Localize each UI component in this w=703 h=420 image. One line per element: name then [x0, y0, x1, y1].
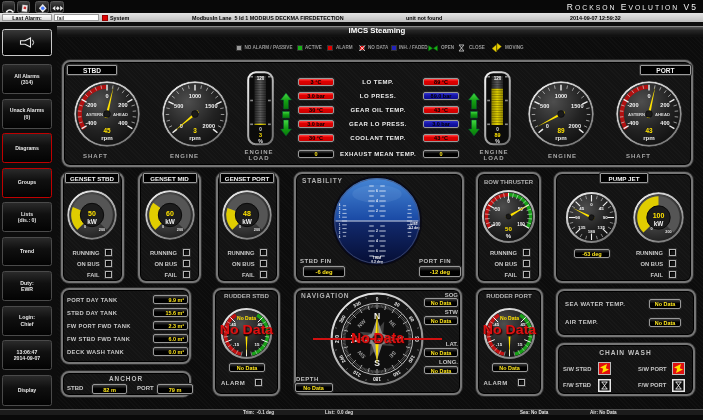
svg-text:rpm: rpm	[189, 134, 201, 141]
svg-text:48: 48	[243, 209, 251, 216]
svg-text:15: 15	[517, 341, 522, 346]
svg-text:-400: -400	[85, 120, 96, 126]
svg-text:45: 45	[599, 205, 604, 210]
svg-text:50: 50	[88, 209, 96, 216]
svg-text:135: 135	[598, 225, 606, 230]
svg-text:200: 200	[118, 102, 127, 108]
svg-text:rpm: rpm	[643, 134, 655, 141]
svg-text:kW: kW	[87, 217, 98, 224]
svg-text:60: 60	[166, 209, 174, 216]
svg-text:500: 500	[174, 103, 183, 109]
svg-text:0: 0	[650, 227, 652, 231]
svg-text:1000: 1000	[554, 93, 566, 99]
svg-text:120: 120	[256, 76, 264, 81]
svg-text:-15: -15	[233, 341, 240, 346]
svg-text:No Data: No Data	[500, 314, 519, 320]
svg-text:1500: 1500	[571, 103, 583, 109]
svg-text:-200: -200	[85, 102, 96, 108]
svg-text:135: 135	[578, 225, 586, 230]
svg-text:400: 400	[118, 120, 127, 126]
svg-text:45: 45	[579, 205, 584, 210]
svg-text:0: 0	[545, 123, 548, 129]
svg-text:4: 4	[376, 239, 378, 243]
svg-text:0: 0	[259, 127, 262, 132]
svg-text:%: %	[495, 138, 500, 144]
svg-text:No Data: No Data	[237, 314, 256, 320]
svg-text:-400: -400	[627, 120, 638, 126]
svg-text:400: 400	[660, 120, 669, 126]
svg-text:100: 100	[652, 212, 664, 219]
svg-text:0: 0	[239, 224, 241, 228]
svg-text:180: 180	[373, 376, 381, 381]
svg-text:0: 0	[84, 224, 86, 228]
svg-text:120: 120	[493, 76, 501, 81]
svg-text:2: 2	[376, 209, 378, 213]
svg-text:43: 43	[645, 127, 653, 134]
svg-text:2000: 2000	[202, 123, 214, 129]
svg-text:-15: -15	[495, 341, 502, 346]
svg-text:ASTERN: ASTERN	[627, 112, 644, 117]
svg-text:200: 200	[254, 227, 260, 231]
svg-text:AHEAD: AHEAD	[655, 112, 670, 117]
svg-text:0: 0	[161, 224, 163, 228]
svg-text:kW: kW	[165, 217, 176, 224]
svg-text:6: 6	[376, 249, 378, 253]
svg-text:3: 3	[193, 127, 197, 134]
svg-text:200: 200	[176, 227, 182, 231]
svg-text:-50: -50	[493, 207, 500, 212]
svg-text:kW: kW	[242, 217, 253, 224]
svg-text:0: 0	[376, 296, 379, 301]
svg-text:0: 0	[105, 93, 108, 99]
svg-text:15: 15	[255, 341, 260, 346]
svg-text:200: 200	[660, 102, 669, 108]
svg-text:%: %	[506, 233, 512, 239]
svg-text:50: 50	[505, 225, 512, 232]
svg-text:45: 45	[103, 127, 111, 134]
svg-text:200: 200	[665, 230, 671, 234]
svg-text:90: 90	[575, 215, 580, 220]
svg-text:4: 4	[376, 199, 378, 203]
svg-text:2000: 2000	[568, 123, 580, 129]
svg-text:1500: 1500	[205, 103, 217, 109]
svg-text:rpm: rpm	[101, 134, 113, 141]
svg-text:0: 0	[496, 127, 499, 132]
svg-text:100: 100	[517, 222, 525, 227]
svg-text:1000: 1000	[188, 93, 200, 99]
svg-text:6: 6	[376, 189, 378, 193]
svg-text:%: %	[258, 138, 263, 144]
svg-text:2: 2	[376, 229, 378, 233]
svg-text:89: 89	[557, 127, 565, 134]
svg-text:-200: -200	[627, 102, 638, 108]
svg-text:0: 0	[507, 199, 510, 204]
svg-text:0: 0	[647, 93, 650, 99]
svg-text:180: 180	[588, 229, 596, 234]
svg-text:ASTERN: ASTERN	[86, 112, 103, 117]
svg-text:AHEAD: AHEAD	[113, 112, 128, 117]
svg-text:500: 500	[540, 103, 549, 109]
svg-text:-100: -100	[491, 222, 501, 227]
svg-text:LIST:: LIST:	[411, 222, 419, 226]
svg-text:kW: kW	[653, 220, 664, 227]
svg-text:rpm: rpm	[555, 134, 567, 141]
svg-text:200: 200	[99, 227, 105, 231]
svg-text:90: 90	[603, 215, 608, 220]
